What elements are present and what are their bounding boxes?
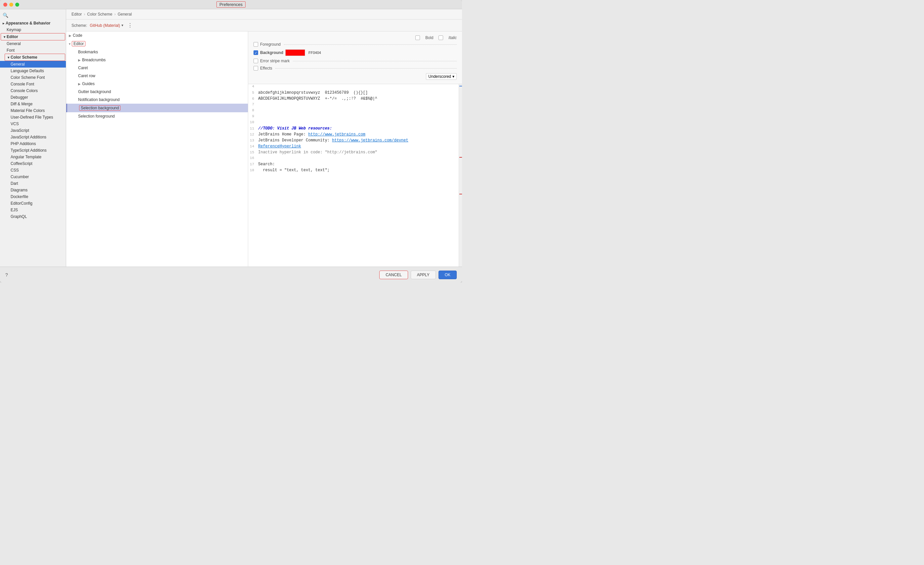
line-number: 8 bbox=[248, 108, 258, 112]
line-number: 13 bbox=[248, 138, 258, 143]
sidebar-item-label: JavaScript bbox=[10, 128, 29, 133]
sidebar-item-js-additions[interactable]: JavaScript Additions bbox=[0, 134, 66, 140]
background-row: Background FF0404 bbox=[254, 50, 457, 56]
code-line-15: 15 Inactive hyperlink in code: "http://j… bbox=[248, 150, 459, 156]
bottom-bar: ? CANCEL APPLY OK bbox=[0, 267, 462, 282]
effects-type-dropdown[interactable]: Underscored ▾ bbox=[426, 73, 457, 80]
sidebar-item-dockerfile[interactable]: Dockerfile bbox=[0, 194, 66, 200]
line-number: 9 bbox=[248, 114, 258, 118]
foreground-checkbox[interactable] bbox=[254, 42, 258, 47]
scheme-dropdown-arrow-icon: ▾ bbox=[122, 23, 123, 27]
sidebar-item-label: User-Defined File Types bbox=[10, 115, 53, 120]
breadcrumb-color-scheme[interactable]: Color Scheme bbox=[87, 12, 112, 17]
foreground-dotted-line bbox=[284, 44, 457, 45]
sidebar-item-ts-additions[interactable]: TypeScript Additions bbox=[0, 147, 66, 154]
cancel-button[interactable]: CANCEL bbox=[379, 270, 408, 279]
apply-button[interactable]: APPLY bbox=[411, 270, 436, 279]
bold-checkbox[interactable] bbox=[416, 35, 420, 40]
code-link-devnet: https://www.jetbrains.com/devnet bbox=[332, 138, 408, 143]
sidebar-item-cs-font[interactable]: Color Scheme Font bbox=[0, 74, 66, 81]
error-stripe-checkbox[interactable] bbox=[254, 59, 258, 63]
tree-item-notif-bg[interactable]: Notification background bbox=[66, 96, 248, 104]
sidebar-item-label: EditorConfig bbox=[10, 201, 32, 206]
sidebar-item-cucumber[interactable]: Cucumber bbox=[0, 174, 66, 180]
tree-item-editor[interactable]: ▾ Editor bbox=[66, 39, 248, 48]
help-button[interactable]: ? bbox=[5, 272, 8, 278]
sidebar-item-font[interactable]: Font bbox=[0, 47, 66, 54]
italic-label: Italic bbox=[448, 35, 457, 40]
tree-item-caret[interactable]: Caret bbox=[66, 64, 248, 72]
code-reference-hyperlink: ReferenceHyperlink bbox=[258, 144, 459, 149]
background-color-swatch[interactable] bbox=[285, 50, 305, 56]
line-number: 6 bbox=[248, 97, 258, 101]
sidebar-item-console-font[interactable]: Console Font bbox=[0, 81, 66, 87]
sidebar-item-graphql[interactable]: GraphQL bbox=[0, 213, 66, 220]
tree-item-caret-row[interactable]: Caret row bbox=[66, 72, 248, 80]
line-number: 12 bbox=[248, 132, 258, 137]
middle-content: ▶ Code ▾ Editor Bookmarks ▶ bbox=[66, 32, 462, 267]
effects-checkbox[interactable] bbox=[254, 66, 258, 71]
sidebar-item-color-scheme[interactable]: ▾ Color Scheme bbox=[4, 54, 65, 61]
sidebar-item-appearance[interactable]: ▸ Appearance & Behavior bbox=[0, 20, 66, 27]
sidebar-item-editorconfig[interactable]: EditorConfig bbox=[0, 200, 66, 207]
tree-item-selection-fg[interactable]: Selection foreground bbox=[66, 112, 248, 120]
sidebar-item-keymap[interactable]: Keymap bbox=[0, 27, 66, 33]
sidebar-item-language-defaults[interactable]: Language Defaults bbox=[0, 68, 66, 74]
breadcrumb-sep-2: › bbox=[114, 12, 116, 17]
sidebar-item-angular[interactable]: Angular Template bbox=[0, 154, 66, 160]
error-stripe-label: Error stripe mark bbox=[260, 59, 290, 63]
sidebar-item-label: Diagrams bbox=[10, 188, 27, 192]
sidebar-item-ejs[interactable]: EJS bbox=[0, 207, 66, 213]
code-line-9: 9 bbox=[248, 114, 459, 120]
sidebar-item-label: Diff & Merge bbox=[10, 102, 32, 106]
sidebar-item-label: General bbox=[10, 62, 25, 66]
scroll-mark-top bbox=[459, 86, 462, 86]
tree-expand-arrow-icon: ▶ bbox=[78, 82, 81, 86]
sidebar-item-php-additions[interactable]: PHP Additions bbox=[0, 140, 66, 147]
sidebar-item-general-cs[interactable]: General bbox=[0, 61, 66, 68]
traffic-lights bbox=[3, 3, 19, 7]
sidebar-item-user-file-types[interactable]: User-Defined File Types bbox=[0, 114, 66, 120]
sidebar-item-css[interactable]: CSS bbox=[0, 167, 66, 174]
tree-item-guides[interactable]: ▶ Guides bbox=[66, 80, 248, 88]
sidebar-item-label: CoffeeScript bbox=[10, 161, 32, 166]
sidebar-item-label: Console Font bbox=[10, 82, 34, 86]
tree-item-breadcrumbs[interactable]: ▶ Breadcrumbs bbox=[66, 56, 248, 64]
sidebar-item-material-colors[interactable]: Material File Colors bbox=[0, 107, 66, 114]
ok-button[interactable]: OK bbox=[438, 270, 457, 279]
sidebar-item-label: Dart bbox=[10, 181, 18, 186]
background-checkbox[interactable] bbox=[254, 50, 258, 55]
line-number: 7 bbox=[248, 102, 258, 106]
sidebar-item-console-colors[interactable]: Console Colors bbox=[0, 87, 66, 94]
scheme-selector[interactable]: GitHub (Material) ▾ bbox=[90, 23, 123, 28]
breadcrumb-editor[interactable]: Editor bbox=[72, 12, 82, 17]
sidebar-item-javascript[interactable]: JavaScript bbox=[0, 127, 66, 134]
code-line-7: 7 bbox=[248, 102, 459, 108]
scheme-options-button[interactable]: ⋮ bbox=[128, 22, 133, 29]
tree-item-gutter-bg[interactable]: Gutter background bbox=[66, 88, 248, 96]
sidebar-item-diagrams[interactable]: Diagrams bbox=[0, 187, 66, 194]
sidebar-item-diff-merge[interactable]: Diff & Merge bbox=[0, 101, 66, 107]
breadcrumb-general[interactable]: General bbox=[117, 12, 132, 17]
effects-dropdown-arrow-icon: ▾ bbox=[452, 74, 454, 79]
tree-item-selection-bg[interactable]: Selection background bbox=[66, 104, 248, 112]
sidebar-item-label: CSS bbox=[10, 168, 19, 173]
code-line-11: 11 //TODO: Visit JB Web resources: bbox=[248, 126, 459, 132]
sidebar-item-label: JavaScript Additions bbox=[10, 135, 46, 140]
maximize-button[interactable] bbox=[15, 3, 19, 7]
sidebar-item-vcs[interactable]: VCS bbox=[0, 120, 66, 127]
sidebar-item-dart[interactable]: Dart bbox=[0, 180, 66, 187]
minimize-button[interactable] bbox=[9, 3, 13, 7]
close-button[interactable] bbox=[3, 3, 7, 7]
sidebar-item-editor[interactable]: ▾ Editor bbox=[1, 33, 65, 41]
italic-checkbox[interactable] bbox=[438, 35, 443, 40]
sidebar-item-debugger[interactable]: Debugger bbox=[0, 94, 66, 101]
expand-arrow-icon: ▸ bbox=[3, 21, 4, 25]
expand-arrow-icon: ▾ bbox=[4, 35, 5, 39]
tree-item-bookmarks[interactable]: Bookmarks bbox=[66, 48, 248, 56]
code-line-16: 16 bbox=[248, 156, 459, 162]
tree-item-code[interactable]: ▶ Code bbox=[66, 32, 248, 39]
sidebar-item-coffeescript[interactable]: CoffeeScript bbox=[0, 160, 66, 167]
sidebar-item-general[interactable]: General bbox=[0, 41, 66, 47]
vertical-scrollbar[interactable] bbox=[459, 84, 462, 267]
